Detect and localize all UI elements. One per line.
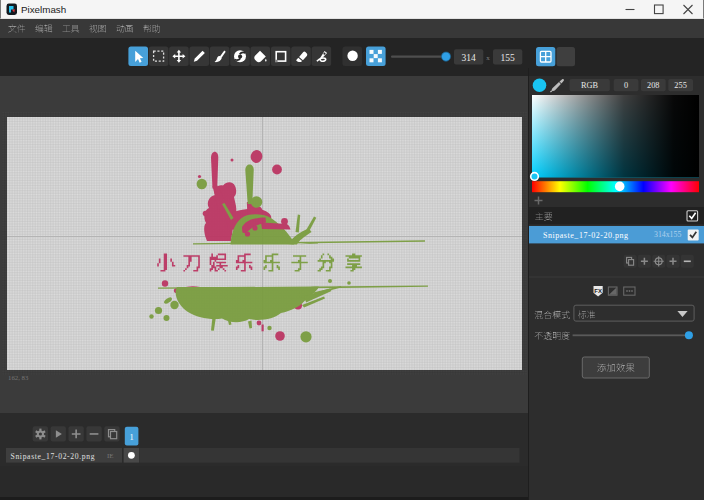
svg-text:314x155: 314x155 [654, 230, 681, 239]
svg-text:Snipaste_17-02-20.png: Snipaste_17-02-20.png [543, 231, 628, 240]
svg-text:208: 208 [647, 81, 659, 90]
svg-text:0: 0 [624, 81, 628, 90]
svg-text:FX: FX [594, 288, 602, 294]
svg-text:255: 255 [674, 81, 686, 90]
svg-text:RGB: RGB [581, 81, 599, 90]
